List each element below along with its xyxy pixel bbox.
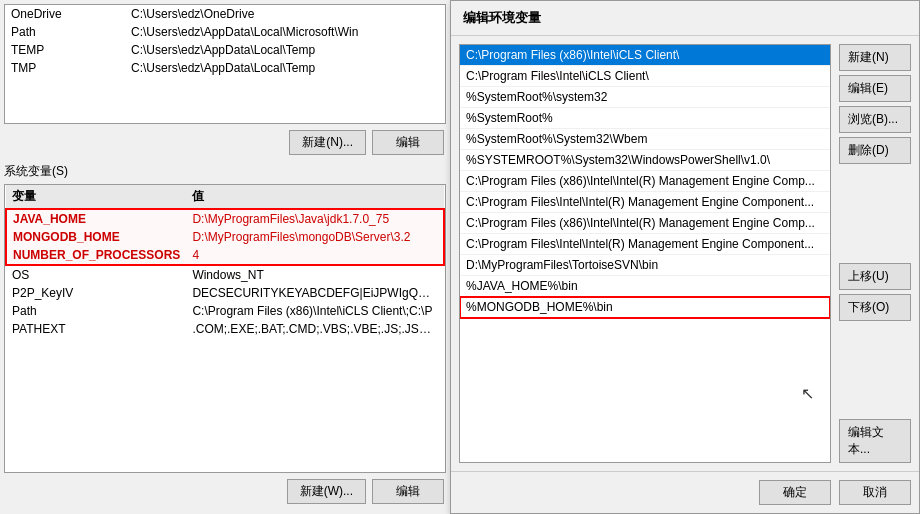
sys-env-name: P2P_KeyIV — [6, 284, 186, 302]
user-env-row[interactable]: TMPC:\Users\edz\AppData\Local\Temp — [5, 59, 445, 77]
sys-env-name: MONGODB_HOME — [6, 228, 186, 246]
sys-env-row[interactable]: JAVA_HOMED:\MyProgramFiles\Java\jdk1.7.0… — [6, 209, 444, 228]
sys-env-name: Path — [6, 302, 186, 320]
path-list-item[interactable]: C:\Program Files\Intel\iCLS Client\ — [460, 66, 830, 87]
sys-env-name: OS — [6, 265, 186, 284]
sys-env-value: DECSECURITYKEYABCDEFG|EiJPWIgQQDgjo... — [186, 284, 444, 302]
edit-user-button[interactable]: 编辑 — [372, 130, 444, 155]
sys-env-row[interactable]: NUMBER_OF_PROCESSORS4 — [6, 246, 444, 265]
dialog-new-button[interactable]: 新建(N) — [839, 44, 911, 71]
sys-env-btn-row: 新建(W)... 编辑 — [4, 473, 446, 510]
sys-table-header: 变量 值 — [6, 185, 444, 209]
user-env-name: OneDrive — [5, 5, 125, 23]
user-env-row[interactable]: TEMPC:\Users\edz\AppData\Local\Temp — [5, 41, 445, 59]
dialog-edit-button[interactable]: 编辑(E) — [839, 75, 911, 102]
path-list-item[interactable]: D:\MyProgramFiles\TortoiseSVN\bin — [460, 255, 830, 276]
edit-text-btn-group: 编辑文本... — [839, 419, 911, 463]
user-env-table-container: OneDriveC:\Users\edz\OneDrivePathC:\User… — [4, 4, 446, 124]
new-user-button[interactable]: 新建(N)... — [289, 130, 366, 155]
move-btn-group: 上移(U) 下移(O) — [839, 263, 911, 321]
sys-env-table: 变量 值 JAVA_HOMED:\MyProgramFiles\Java\jdk… — [5, 185, 445, 338]
sys-env-value: Windows_NT — [186, 265, 444, 284]
sys-env-value: .COM;.EXE;.BAT;.CMD;.VBS;.VBE;.JS;.JSE;.… — [186, 320, 444, 338]
sys-env-name: PATHEXT — [6, 320, 186, 338]
path-list-item[interactable]: %SystemRoot%\System32\Wbem — [460, 129, 830, 150]
sys-env-name: JAVA_HOME — [6, 209, 186, 228]
sys-env-row[interactable]: MONGODB_HOMED:\MyProgramFiles\mongoDB\Se… — [6, 228, 444, 246]
dialog-browse-button[interactable]: 浏览(B)... — [839, 106, 911, 133]
dialog-cancel-button[interactable]: 取消 — [839, 480, 911, 505]
dialog-delete-button[interactable]: 删除(D) — [839, 137, 911, 164]
user-env-name: TEMP — [5, 41, 125, 59]
sys-env-value: C:\Program Files (x86)\Intel\iCLS Client… — [186, 302, 444, 320]
dialog-body: C:\Program Files (x86)\Intel\iCLS Client… — [451, 36, 919, 471]
path-list-container[interactable]: C:\Program Files (x86)\Intel\iCLS Client… — [459, 44, 831, 463]
user-env-value: C:\Users\edz\AppData\Local\Temp — [125, 59, 445, 77]
user-env-row[interactable]: OneDriveC:\Users\edz\OneDrive — [5, 5, 445, 23]
dialog-edit-text-button[interactable]: 编辑文本... — [839, 419, 911, 463]
dialog-ok-button[interactable]: 确定 — [759, 480, 831, 505]
sys-env-row[interactable]: P2P_KeyIVDECSECURITYKEYABCDEFG|EiJPWIgQQ… — [6, 284, 444, 302]
edit-env-dialog: 编辑环境变量 C:\Program Files (x86)\Intel\iCLS… — [450, 0, 920, 514]
left-panel: OneDriveC:\Users\edz\OneDrivePathC:\User… — [0, 0, 450, 514]
top-btn-group: 新建(N) 编辑(E) 浏览(B)... 删除(D) — [839, 44, 911, 164]
sys-col-var: 变量 — [6, 185, 186, 209]
sys-env-table-container: 变量 值 JAVA_HOMED:\MyProgramFiles\Java\jdk… — [4, 184, 446, 473]
path-list-item[interactable]: C:\Program Files\Intel\Intel(R) Manageme… — [460, 234, 830, 255]
sys-env-value: 4 — [186, 246, 444, 265]
path-list-item[interactable]: %SYSTEMROOT%\System32\WindowsPowerShell\… — [460, 150, 830, 171]
dialog-button-group: 新建(N) 编辑(E) 浏览(B)... 删除(D) 上移(U) 下移(O) 编… — [839, 44, 911, 463]
user-env-value: C:\Users\edz\AppData\Local\Temp — [125, 41, 445, 59]
user-env-row[interactable]: PathC:\Users\edz\AppData\Local\Microsoft… — [5, 23, 445, 41]
dialog-move-down-button[interactable]: 下移(O) — [839, 294, 911, 321]
user-env-name: Path — [5, 23, 125, 41]
sys-section-label: 系统变量(S) — [4, 161, 446, 182]
path-list-item[interactable]: %JAVA_HOME%\bin — [460, 276, 830, 297]
path-list-item[interactable]: %SystemRoot%\system32 — [460, 87, 830, 108]
sys-env-row[interactable]: PATHEXT.COM;.EXE;.BAT;.CMD;.VBS;.VBE;.JS… — [6, 320, 444, 338]
sys-env-name: NUMBER_OF_PROCESSORS — [6, 246, 186, 265]
path-list-item[interactable]: C:\Program Files (x86)\Intel\iCLS Client… — [460, 45, 830, 66]
user-env-value: C:\Users\edz\AppData\Local\Microsoft\Win — [125, 23, 445, 41]
path-list-item[interactable]: C:\Program Files (x86)\Intel\Intel(R) Ma… — [460, 213, 830, 234]
dialog-title: 编辑环境变量 — [451, 1, 919, 36]
edit-sys-button[interactable]: 编辑 — [372, 479, 444, 504]
new-sys-button[interactable]: 新建(W)... — [287, 479, 366, 504]
sys-env-value: D:\MyProgramFiles\Java\jdk1.7.0_75 — [186, 209, 444, 228]
user-env-value: C:\Users\edz\OneDrive — [125, 5, 445, 23]
sys-env-row[interactable]: OSWindows_NT — [6, 265, 444, 284]
dialog-move-up-button[interactable]: 上移(U) — [839, 263, 911, 290]
path-list-item[interactable]: C:\Program Files\Intel\Intel(R) Manageme… — [460, 192, 830, 213]
user-env-name: TMP — [5, 59, 125, 77]
sys-env-row[interactable]: PathC:\Program Files (x86)\Intel\iCLS Cl… — [6, 302, 444, 320]
user-env-table: OneDriveC:\Users\edz\OneDrivePathC:\User… — [5, 5, 445, 77]
path-list-item[interactable]: %MONGODB_HOME%\bin — [460, 297, 830, 318]
user-env-btn-row: 新建(N)... 编辑 — [4, 124, 446, 161]
path-list: C:\Program Files (x86)\Intel\iCLS Client… — [460, 45, 830, 318]
sys-env-value: D:\MyProgramFiles\mongoDB\Server\3.2 — [186, 228, 444, 246]
sys-col-val: 值 — [186, 185, 444, 209]
path-list-item[interactable]: %SystemRoot% — [460, 108, 830, 129]
dialog-footer: 确定 取消 — [451, 471, 919, 513]
path-list-item[interactable]: C:\Program Files (x86)\Intel\Intel(R) Ma… — [460, 171, 830, 192]
